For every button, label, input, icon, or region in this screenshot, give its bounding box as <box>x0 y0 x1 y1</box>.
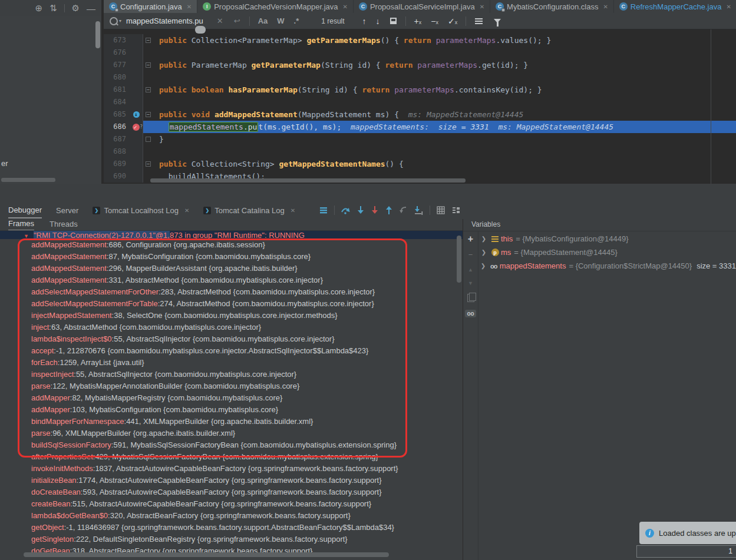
stack-frame-row[interactable]: doCreateBean:593, AbstractAutowireCapabl… <box>0 486 463 498</box>
editor-tab[interactable]: IProposalCachedVersionMapper.java✕ <box>197 0 354 13</box>
stack-frame-row[interactable]: getSingleton:222, DefaultSingletonBeanRe… <box>0 534 463 545</box>
clear-search-icon[interactable]: ✕ <box>217 16 223 25</box>
stack-frame-row[interactable]: lambda$inspectInject$0:55, AbstractSqlIn… <box>0 333 463 345</box>
stack-frame-row[interactable]: accept:-1, 212870676 {com.baomidou.mybat… <box>0 345 463 357</box>
fold-cell[interactable]: − <box>143 84 153 96</box>
close-tab-icon[interactable]: ✕ <box>603 4 608 10</box>
tab-frames[interactable]: Frames <box>8 219 34 230</box>
fold-cell[interactable]: − <box>143 59 153 71</box>
stack-frame-row[interactable]: invokeInitMethods:1837, AbstractAutowire… <box>0 463 463 475</box>
fold-marker-icon[interactable]: − <box>146 161 151 167</box>
left-panel-vertical-scrollbar[interactable] <box>95 21 100 48</box>
fold-marker-icon[interactable]: − <box>146 112 151 117</box>
filter-icon[interactable] <box>494 19 501 23</box>
stack-frame-row[interactable]: addMapper:82, MybatisMapperRegistry {com… <box>0 392 463 404</box>
fold-marker-icon[interactable] <box>146 137 151 142</box>
stack-frame-row[interactable]: buildSqlSessionFactory:591, MybatisSqlSe… <box>0 439 463 451</box>
force-step-into-icon[interactable] <box>371 206 379 215</box>
debug-tab-debugger[interactable]: Debugger <box>8 203 42 218</box>
collapse-icon[interactable]: ⇅ <box>49 3 57 14</box>
step-into-icon[interactable] <box>357 206 365 215</box>
remove-watch-icon[interactable]: − <box>468 250 473 259</box>
gutter-icon-cell[interactable] <box>130 71 143 84</box>
close-tab-icon[interactable]: ✕ <box>726 4 731 10</box>
stack-frame-row[interactable]: initializeBean:1774, AbstractAutowireCap… <box>0 475 463 486</box>
expand-chevron-icon[interactable]: ❯ <box>478 263 488 269</box>
debug-tab-tomcat-catalina-log[interactable]: ❯Tomcat Catalina Log✕ <box>203 203 295 218</box>
debug-tab-server[interactable]: Server <box>56 203 78 218</box>
stack-frame-row[interactable]: inject:63, AbstractMethod {com.baomidou.… <box>0 322 463 333</box>
stack-frame-row[interactable]: getObject:-1, 1184636987 {org.springfram… <box>0 522 463 534</box>
expand-chevron-icon[interactable]: ❯ <box>478 249 489 256</box>
show-watches-icon[interactable]: oo <box>465 310 476 317</box>
open-in-find-window-icon[interactable] <box>390 18 397 24</box>
search-input[interactable]: mappedStatements.pu <box>126 16 203 25</box>
evaluate-expression-icon[interactable] <box>436 206 445 215</box>
fold-marker-icon[interactable]: − <box>146 62 151 68</box>
gutter-icon-cell[interactable] <box>130 84 143 96</box>
stack-frame-row[interactable]: bindMapperForNamespace:441, XMLMapperBui… <box>0 416 463 428</box>
variable-row[interactable]: ❯this= {MybatisConfiguration@14449} <box>478 232 736 246</box>
close-tab-icon[interactable]: ✕ <box>343 4 348 10</box>
code-editor[interactable]: 673−public Collection<ParameterMap> getP… <box>104 29 736 184</box>
stack-frame-row[interactable]: addMappedStatement:686, Configuration {o… <box>0 239 463 251</box>
gutter-icon-cell[interactable]: ↓ <box>130 108 143 121</box>
search-history-chevron-icon[interactable]: ▾ <box>119 18 121 24</box>
fold-cell[interactable] <box>143 133 153 145</box>
step-over-icon[interactable] <box>341 206 351 215</box>
stack-frame-row[interactable]: parse:96, XMLMapperBuilder {org.apache.i… <box>0 428 463 439</box>
editor-tab[interactable]: CConfiguration.java✕ <box>104 0 197 13</box>
gutter-icon-cell[interactable] <box>130 133 143 145</box>
gutter-icon-cell[interactable] <box>130 145 143 158</box>
stack-frame-row[interactable]: addSelectMappedStatementForOther:283, Ab… <box>0 286 463 298</box>
duplicate-icon[interactable] <box>467 294 474 302</box>
fold-cell[interactable]: − <box>143 34 153 47</box>
fold-cell[interactable] <box>143 145 153 158</box>
stack-frame-row[interactable]: afterPropertiesSet:429, MybatisSqlSessio… <box>0 451 463 463</box>
editor-tab[interactable]: CRefreshMapperCache.java✕ <box>614 0 736 13</box>
close-tab-icon[interactable]: ✕ <box>187 4 192 10</box>
thread-selector[interactable]: ▼"RMI TCP-Connection(2)-127.0.0.1"@1,873… <box>0 231 463 239</box>
tab-threads[interactable]: Threads <box>49 220 78 230</box>
gutter-icon-cell[interactable] <box>130 59 143 71</box>
frames-vertical-scrollbar[interactable] <box>457 236 461 283</box>
close-tab-icon[interactable]: ✕ <box>291 207 295 214</box>
stack-frame-row[interactable]: parse:122, MybatisMapperAnnotationBuilde… <box>0 380 463 392</box>
target-icon[interactable]: ⊕ <box>35 3 42 14</box>
match-case-toggle[interactable]: Aa <box>258 16 268 25</box>
stack-frame-row[interactable]: forEach:1259, ArrayList {java.util} <box>0 357 463 369</box>
gutter-icon-cell[interactable] <box>130 96 143 108</box>
move-down-icon[interactable]: ▼ <box>468 280 473 286</box>
gutter-icon-cell[interactable]: ? <box>130 121 143 133</box>
stack-frame-row[interactable]: addSelectMappedStatementForTable:274, Ab… <box>0 298 463 310</box>
gutter-icon-cell[interactable] <box>130 34 143 47</box>
words-toggle[interactable]: W <box>277 16 284 25</box>
stack-frame-row[interactable]: addMappedStatement:331, AbstractMethod {… <box>0 274 463 286</box>
fold-cell[interactable] <box>143 71 153 84</box>
filter-search-results-icon[interactable] <box>475 18 483 24</box>
scrollbar-thumb[interactable] <box>195 26 206 34</box>
frames-horizontal-scrollbar[interactable] <box>24 552 389 557</box>
breakpoint-icon[interactable]: ? <box>133 124 140 131</box>
stack-frame-row[interactable]: lambda$doGetBean$0:320, AbstractBeanFact… <box>0 510 463 522</box>
variable-row[interactable]: ❯oomappedStatements= {Configuration$Stri… <box>478 259 736 273</box>
minimize-icon[interactable]: — <box>87 4 95 14</box>
stack-frame-row[interactable]: inspectInject:55, AbstractSqlInjector {c… <box>0 369 463 380</box>
previous-occurrence-icon[interactable]: ↑ <box>362 16 367 26</box>
expand-chevron-icon[interactable]: ❯ <box>478 236 489 242</box>
gutter-icon-cell[interactable] <box>130 170 143 183</box>
close-tab-icon[interactable]: ✕ <box>480 4 484 10</box>
editor-tab[interactable]: CMybatisConfiguration.class✕ <box>490 0 614 13</box>
stack-frame-row[interactable]: injectMappedStatement:38, SelectOne {com… <box>0 310 463 322</box>
menu-icon[interactable] <box>319 206 328 215</box>
stack-frame-row[interactable]: createBean:515, AbstractAutowireCapableB… <box>0 498 463 510</box>
editor-horizontal-scrollbar[interactable] <box>150 178 466 183</box>
regex-toggle[interactable]: .* <box>294 16 299 25</box>
run-to-cursor-icon[interactable] <box>414 206 424 215</box>
fold-cell[interactable] <box>143 121 153 133</box>
newline-icon[interactable]: ↩ <box>234 16 240 25</box>
add-watch-icon[interactable]: + <box>468 236 473 243</box>
move-up-icon[interactable]: ▲ <box>468 267 473 273</box>
editor-tab[interactable]: CProposalLocalServiceImpl.java✕ <box>354 0 490 13</box>
left-panel-horizontal-scrollbar[interactable] <box>1 178 55 182</box>
